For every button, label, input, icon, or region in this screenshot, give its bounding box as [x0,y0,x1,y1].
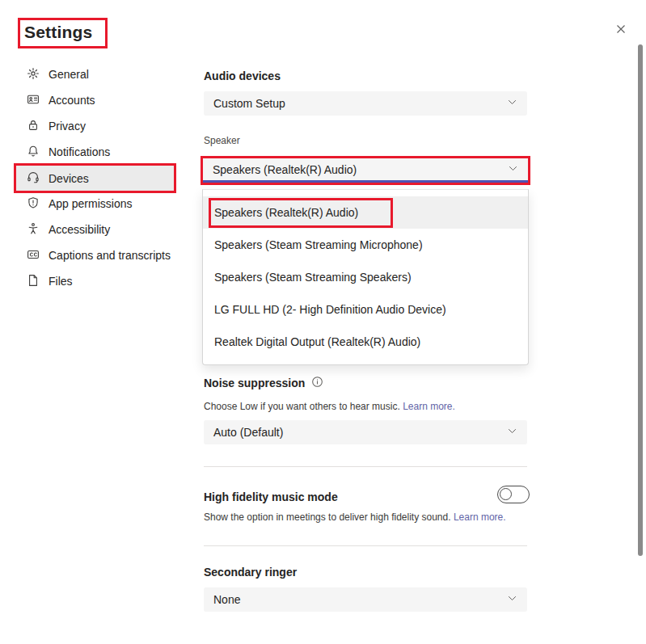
speaker-dropdown-panel: Speakers (Realtek(R) Audio) Speakers (St… [202,189,529,365]
sidebar-item-files[interactable]: Files [16,268,176,294]
speaker-select[interactable]: Speakers (Realtek(R) Audio) [203,158,528,183]
noise-suppression-learn-more-link[interactable]: Learn more. [403,401,455,412]
toggle-knob [500,488,512,500]
devices-settings-panel: Audio devices Custom Setup Speaker Speak… [204,0,527,644]
audio-devices-select-value: Custom Setup [213,97,285,110]
section-divider [204,545,527,546]
secondary-ringer-select[interactable]: None [204,587,527,612]
accessibility-icon [27,222,40,238]
close-icon [614,23,627,38]
sidebar-item-privacy[interactable]: Privacy [16,113,176,139]
chevron-down-icon [507,426,517,439]
noise-suppression-select-value: Auto (Default) [213,426,283,439]
sidebar-item-label: Files [49,275,73,288]
sidebar-item-label: App permissions [49,197,133,210]
sidebar-item-devices[interactable]: Devices [14,163,176,193]
headset-icon [27,170,40,186]
sidebar-item-general[interactable]: General [16,61,176,87]
scrollbar-thumb[interactable] [638,44,643,556]
audio-devices-heading: Audio devices [204,69,281,82]
speaker-option-steam-speakers[interactable]: Speakers (Steam Streaming Speakers) [203,261,528,293]
sidebar-item-label: Accessibility [49,223,110,236]
gear-icon [27,67,40,82]
speaker-select-value: Speakers (Realtek(R) Audio) [213,163,357,176]
bell-icon [27,145,40,160]
annotation-box-title: Settings [18,18,108,48]
sidebar-item-app-permissions[interactable]: App permissions [16,191,176,217]
chevron-down-icon [508,163,518,176]
speaker-option-realtek[interactable]: Speakers (Realtek(R) Audio) [203,196,528,229]
sidebar-item-label: Devices [49,172,89,185]
speaker-option-lg-full-hd[interactable]: LG FULL HD (2- High Definition Audio Dev… [203,293,528,326]
noise-suppression-description-text: Choose Low if you want others to hear mu… [204,401,400,412]
high-fidelity-description: Show the option in meetings to deliver h… [204,511,506,523]
chevron-down-icon [507,593,517,606]
secondary-ringer-select-value: None [213,593,240,606]
sidebar-item-accounts[interactable]: Accounts [16,87,176,113]
high-fidelity-learn-more-link[interactable]: Learn more. [454,511,506,523]
sidebar-item-notifications[interactable]: Notifications [16,139,176,165]
noise-suppression-description: Choose Low if you want others to hear mu… [204,401,455,412]
sidebar-item-captions-transcripts[interactable]: Captions and transcripts [16,242,176,268]
contact-card-icon [27,93,40,108]
file-icon [27,274,40,289]
high-fidelity-toggle[interactable] [497,486,530,503]
settings-dialog: Settings General Accounts Privacy Notifi… [0,0,646,644]
audio-devices-select[interactable]: Custom Setup [204,91,527,116]
noise-suppression-heading: Noise suppression [204,376,323,390]
noise-suppression-heading-text: Noise suppression [204,377,305,389]
annotation-box-speaker-select: Speakers (Realtek(R) Audio) [201,156,530,185]
sidebar-item-label: Notifications [49,145,110,158]
page-title: Settings [24,23,92,42]
high-fidelity-heading: High fidelity music mode [204,490,338,503]
shield-icon [27,196,40,212]
section-divider [204,466,527,467]
info-icon[interactable] [311,376,323,390]
close-button[interactable] [610,19,632,41]
chevron-down-icon [507,97,517,110]
sidebar-item-label: Captions and transcripts [49,249,171,262]
high-fidelity-description-text: Show the option in meetings to deliver h… [204,511,451,523]
sidebar-item-label: General [49,68,89,81]
settings-sidebar: General Accounts Privacy Notifications D… [16,61,176,294]
secondary-ringer-heading: Secondary ringer [204,566,297,579]
sidebar-item-label: Accounts [49,94,95,107]
speaker-label: Speaker [204,135,240,146]
sidebar-item-label: Privacy [49,120,86,133]
sidebar-item-accessibility[interactable]: Accessibility [16,217,176,242]
lock-icon [27,119,40,134]
noise-suppression-select[interactable]: Auto (Default) [204,420,527,444]
speaker-option-realtek-digital[interactable]: Realtek Digital Output (Realtek(R) Audio… [203,326,528,358]
captions-icon [27,248,40,263]
speaker-option-steam-mic[interactable]: Speakers (Steam Streaming Microphone) [203,229,528,261]
